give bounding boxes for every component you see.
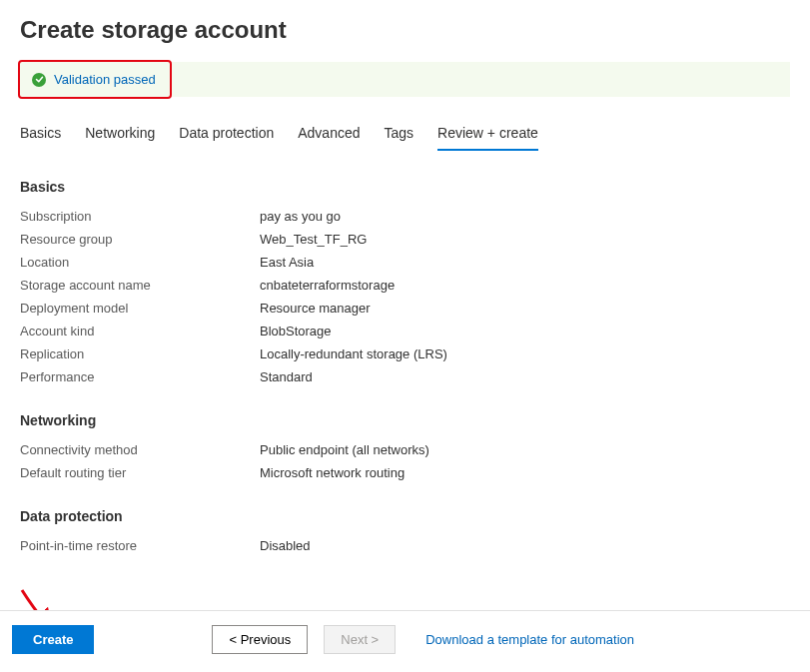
- tab-advanced[interactable]: Advanced: [298, 117, 360, 151]
- row-label: Location: [20, 255, 260, 270]
- page-title: Create storage account: [0, 0, 810, 62]
- row-resource-group: Resource groupWeb_Test_TF_RG: [20, 232, 790, 247]
- next-button: Next >: [324, 625, 396, 654]
- tab-networking[interactable]: Networking: [85, 117, 155, 151]
- row-value: East Asia: [260, 255, 314, 270]
- tab-review-create[interactable]: Review + create: [437, 117, 538, 151]
- row-value: Disabled: [260, 538, 311, 553]
- row-subscription: Subscriptionpay as you go: [20, 209, 790, 224]
- row-connectivity-method: Connectivity methodPublic endpoint (all …: [20, 442, 790, 457]
- row-label: Default routing tier: [20, 465, 260, 480]
- row-label: Connectivity method: [20, 442, 260, 457]
- download-template-link[interactable]: Download a template for automation: [425, 632, 634, 647]
- tabs: Basics Networking Data protection Advanc…: [0, 117, 810, 151]
- row-performance: PerformanceStandard: [20, 369, 790, 384]
- row-value: Public endpoint (all networks): [260, 442, 429, 457]
- tab-tags[interactable]: Tags: [385, 117, 414, 151]
- row-default-routing-tier: Default routing tierMicrosoft network ro…: [20, 465, 790, 480]
- row-label: Account kind: [20, 324, 260, 338]
- create-button[interactable]: Create: [12, 625, 94, 654]
- row-replication: ReplicationLocally-redundant storage (LR…: [20, 346, 790, 361]
- section-data-protection-title: Data protection: [20, 508, 790, 524]
- section-networking-title: Networking: [20, 412, 790, 428]
- tab-basics[interactable]: Basics: [20, 117, 61, 151]
- row-label: Storage account name: [20, 278, 260, 293]
- row-label: Replication: [20, 346, 260, 361]
- review-content: Basics Subscriptionpay as you go Resourc…: [0, 179, 810, 598]
- row-value: Locally-redundant storage (LRS): [260, 346, 447, 361]
- row-value: pay as you go: [260, 209, 341, 224]
- row-label: Resource group: [20, 232, 260, 247]
- section-networking: Networking Connectivity methodPublic end…: [20, 412, 790, 480]
- row-location: LocationEast Asia: [20, 255, 790, 270]
- section-basics-title: Basics: [20, 179, 790, 195]
- row-value: Microsoft network routing: [260, 465, 405, 480]
- row-value: BlobStorage: [260, 324, 332, 338]
- previous-button[interactable]: < Previous: [212, 625, 308, 654]
- footer-bar: Create < Previous Next > Download a temp…: [0, 610, 810, 672]
- tab-data-protection[interactable]: Data protection: [179, 117, 274, 151]
- row-value: cnbateterraformstorage: [260, 278, 395, 293]
- validation-banner: Validation passed: [20, 62, 790, 97]
- row-deployment-model: Deployment modelResource manager: [20, 301, 790, 316]
- row-label: Deployment model: [20, 301, 260, 316]
- row-point-in-time-restore: Point-in-time restoreDisabled: [20, 538, 790, 553]
- section-basics: Basics Subscriptionpay as you go Resourc…: [20, 179, 790, 384]
- row-label: Performance: [20, 369, 260, 384]
- check-icon: [32, 73, 46, 87]
- row-label: Subscription: [20, 209, 260, 224]
- row-account-kind: Account kindBlobStorage: [20, 324, 790, 338]
- row-storage-account-name: Storage account namecnbateterraformstora…: [20, 278, 790, 293]
- row-value: Resource manager: [260, 301, 371, 316]
- section-data-protection: Data protection Point-in-time restoreDis…: [20, 508, 790, 553]
- row-value: Standard: [260, 369, 313, 384]
- row-label: Point-in-time restore: [20, 538, 260, 553]
- validation-text: Validation passed: [54, 72, 156, 87]
- row-value: Web_Test_TF_RG: [260, 232, 367, 247]
